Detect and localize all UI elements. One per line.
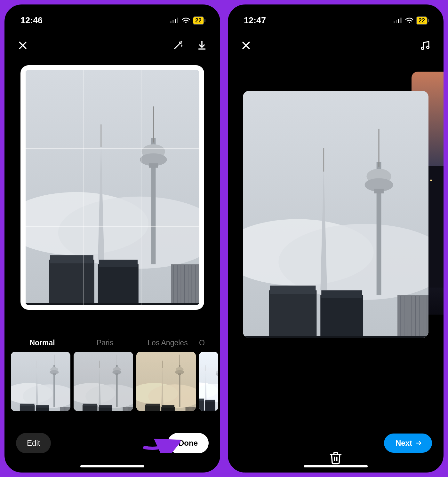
bottom-bar: Next — [384, 434, 432, 453]
filter-label-la[interactable]: Los Angeles — [136, 339, 199, 347]
status-right: 22 — [394, 16, 428, 25]
filter-label-paris[interactable]: Paris — [74, 339, 136, 347]
status-time: 12:46 — [20, 16, 43, 26]
filter-thumb-normal[interactable] — [11, 352, 70, 411]
top-toolbar — [228, 30, 444, 59]
next-button-label: Next — [396, 439, 412, 448]
preview-main-photo[interactable] — [243, 91, 428, 338]
svg-point-54 — [427, 46, 429, 49]
annotation-arrow-icon — [142, 431, 180, 453]
status-time: 12:47 — [244, 16, 266, 26]
wifi-icon — [405, 17, 413, 24]
home-indicator[interactable] — [80, 465, 144, 467]
filter-label-normal[interactable]: Normal — [11, 339, 74, 347]
svg-rect-48 — [398, 19, 399, 23]
svg-rect-38 — [175, 19, 176, 23]
svg-rect-46 — [394, 21, 395, 23]
edit-button[interactable]: Edit — [16, 433, 51, 453]
filter-thumb-paris[interactable] — [74, 352, 133, 411]
svg-point-53 — [421, 47, 424, 50]
photo-frame — [20, 65, 204, 310]
status-bar: 12:46 22 — [4, 4, 220, 30]
filter-thumb-osaka[interactable] — [199, 352, 218, 411]
preview-carousel[interactable] — [228, 59, 444, 440]
svg-rect-49 — [400, 18, 402, 23]
svg-point-40 — [185, 22, 187, 23]
arrow-right-icon — [415, 440, 422, 447]
svg-rect-37 — [172, 20, 174, 23]
close-icon[interactable] — [241, 40, 252, 52]
photo-canvas[interactable] — [4, 59, 220, 313]
cellular-icon — [394, 18, 403, 23]
filter-labels: Normal Paris Los Angeles O — [4, 313, 220, 352]
top-toolbar — [4, 30, 220, 59]
screen-carousel-preview: 12:47 22 Next — [226, 3, 445, 474]
close-icon[interactable] — [17, 40, 28, 52]
download-icon[interactable] — [196, 40, 207, 52]
next-button[interactable]: Next — [384, 434, 432, 453]
filter-thumbs[interactable] — [4, 352, 220, 411]
filter-thumb-la[interactable] — [136, 352, 196, 411]
status-right: 22 — [170, 16, 204, 25]
svg-rect-36 — [170, 21, 172, 23]
home-indicator[interactable] — [304, 465, 368, 467]
svg-rect-47 — [396, 20, 397, 23]
battery-indicator: 22 — [416, 16, 428, 25]
trash-icon[interactable] — [329, 451, 343, 466]
svg-rect-39 — [177, 18, 178, 23]
battery-indicator: 22 — [193, 16, 204, 25]
svg-point-50 — [409, 22, 410, 23]
cellular-icon — [170, 18, 179, 23]
magic-wand-icon[interactable] — [172, 40, 184, 52]
filter-label-osaka[interactable]: O — [199, 339, 212, 347]
screen-filter-edit: 12:46 22 Normal Paris — [3, 3, 222, 474]
wifi-icon — [182, 17, 190, 24]
bottom-bar: Edit Done — [4, 433, 220, 453]
music-icon[interactable] — [419, 40, 431, 52]
skyline-illustration — [26, 70, 199, 305]
status-bar: 12:47 22 — [228, 4, 444, 30]
photo — [26, 70, 199, 305]
